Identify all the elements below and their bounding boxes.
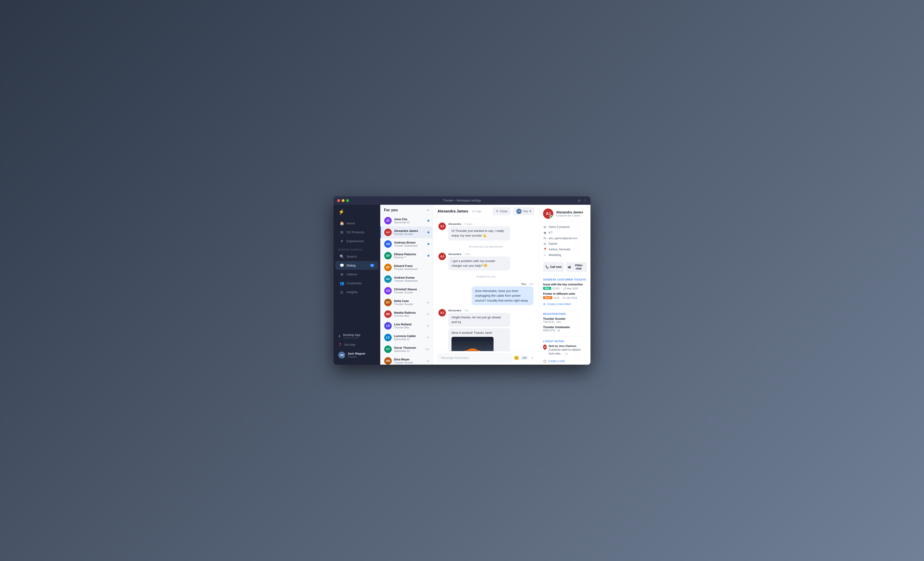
conv-sub: Thunder Scooter [394,233,425,235]
panel-header: For you ▾ [380,205,433,215]
meta-language: ⊛ Danish [543,241,587,247]
conv-sub: Thunder Skateboard [394,268,427,271]
sidebar-item-search[interactable]: 🔍 Search [335,252,378,261]
ticket-number: #1331 [553,287,560,290]
sidebar-item-insights[interactable]: ◎ Insights [335,288,378,296]
message-bubble: Alright thanks, let me just go ahead and… [448,313,510,327]
close-button[interactable] [337,199,340,202]
message-input[interactable] [438,353,512,362]
ticket-badge-new: New [543,287,551,290]
conversation-item[interactable]: JC Juna Cha Spaceship Z2 [380,215,433,227]
conv-info: Elliana Palacios Robocar T [394,253,425,259]
conversation-item[interactable]: CS Chrishell Stause Thunder Scooter [380,285,433,296]
conv-name: Andrew Kumar [394,276,427,279]
home-icon: 🏠 [340,221,344,226]
right-panel: AJ Alexandra James Customer for 2 years … [539,205,591,365]
emoji-icon[interactable]: 😊 [514,355,519,361]
dropdown-icon[interactable]: ▾ [427,208,429,212]
message-time: · 9m [528,283,534,286]
conversation-item[interactable]: AK Andrew Kumar Thunder Skateboard [380,273,433,285]
conv-name: Andreas Brixen [394,241,425,244]
ticket-dot: · [561,287,562,290]
conv-info: Andrew Kumar Thunder Skateboard [394,276,427,282]
maximize-button[interactable] [346,199,349,202]
attach-icon[interactable]: ＋ [530,355,534,361]
conv-info: Andreas Brixen Thunder Skateboard [394,241,425,247]
desktop-app-item[interactable]: ⬇ Desktop App Install Layerise [335,331,378,341]
get-help-item[interactable]: ❓ Get help [335,341,378,348]
conversation-item[interactable]: AJ Alexandra James Thunder Scooter [380,227,433,238]
help-icon: ❓ [338,343,342,346]
sender-name: You [521,283,526,286]
zendesk-section: ZENDESK CUSTOMER TICKETS Issue with the … [539,276,591,308]
create-ticket-link[interactable]: ⊕ Create a new ticket [543,302,587,307]
gif-button[interactable]: GIF [521,356,528,360]
plus-icon: ⊕ [543,302,545,306]
search-label: Search [346,255,357,258]
reg-meta: TW12232 · 24d [543,320,587,323]
conv-sub: Thunder Skateboard [394,279,427,282]
conversation-item[interactable]: LC Lucrecia Calder Spaceship Z2 7h [380,332,433,343]
conversation-item[interactable]: DM Dina Meyer Thunder Scooter 1d [380,355,433,365]
message-row: AJ Alexandra · 10m I got a problem with … [438,253,534,271]
call-now-button[interactable]: 📞 Call now [543,262,564,272]
left-sidebar: ⚡ 🏠 Home ⊞ OX Products ✦ Experiences MIS… [333,205,380,365]
sender-line: Alexandra · 9m [448,309,510,312]
sidebar-item-dialog[interactable]: 💬 Dialog 2 [335,261,378,270]
insights-icon: ◎ [340,290,344,294]
app-body: ⚡ 🏠 Home ⊞ OX Products ✦ Experiences MIS… [333,205,591,365]
sidebar-item-addons[interactable]: ⊕ Addons [335,270,378,279]
unread-dot [428,255,429,257]
user-profile[interactable]: JW Jack Wagner Thunder [335,349,378,361]
conv-avatar: JC [384,217,392,224]
ticket-date: 01 Jan 2018 [563,296,577,299]
conversation-item[interactable]: OT Oscar Thomsen Spaceship Z2 13h [380,343,433,355]
customer-avatar: AJ [543,209,554,219]
conv-avatar: AB [384,240,392,248]
conv-time: 1h [426,313,429,316]
language-icon: ⊛ [543,242,547,246]
conversation-item[interactable]: EF Eduard Franz Thunder Skateboard [380,262,433,273]
conv-info: Alexandra James Thunder Scooter [394,229,425,235]
message-image [452,337,494,351]
desktop-app-sub: Install Layerise [343,337,360,339]
sidebar-item-products[interactable]: ⊞ OX Products [335,228,378,236]
conv-info: Lucrecia Calder Spaceship Z2 [394,334,424,341]
meta-email: ✉ alex_ajames@gmail.com [543,235,587,241]
conversation-item[interactable]: NR Natalia Raikova Thunder Bike 1h [380,308,433,320]
note-text: Customer want to replace front whe... · … [549,348,587,356]
traffic-lights [337,199,349,202]
note-icon: 📋 [543,359,546,363]
conversation-item[interactable]: DC Della Case Thunder Scooter 1h [380,296,433,308]
nps-icon: ◉ [543,231,547,235]
conv-info: Dina Meyer Thunder Scooter [394,358,424,364]
divider [543,275,587,275]
close-button[interactable]: ✕ Close [493,208,511,215]
conversation-item[interactable]: EP Elliana Palacios Robocar T [380,250,433,262]
sidebar-item-home[interactable]: 🏠 Home [335,219,378,228]
conversation-item[interactable]: AB Andreas Brixen Thunder Skateboard [380,238,433,250]
logo[interactable]: ⚡ [333,205,380,218]
video-chat-button[interactable]: 📹 Video chat [566,262,587,272]
settings-icon[interactable]: ⊙ [578,199,580,202]
chat-panel: Alexandra James · 2m ago ✕ Close JW You … [433,205,539,365]
zendesk-title: ZENDESK CUSTOMER TICKETS [543,278,587,281]
more-icon[interactable]: ⋮ [584,199,587,202]
note-time: · 1y [563,352,568,355]
conv-sub: Thunder Skateboard [394,244,425,247]
conv-avatar: AK [384,275,392,283]
sidebar-item-customers[interactable]: 👥 Customers [335,279,378,287]
minimize-button[interactable] [342,199,345,202]
experiences-label: Experiences [346,239,364,243]
conv-info: Chrishell Stause Thunder Scooter [394,288,427,294]
conv-sub: Thunder Scooter [394,303,424,305]
conv-name: Juna Cha [394,218,425,221]
sidebar-item-experiences[interactable]: ✦ Experiences [335,237,378,245]
customer-info: Alexandra James Customer for 2 years [556,211,583,217]
conversation-item[interactable]: LR Line Rolland Thunder Bike 3h [380,320,433,332]
note-content: Note by Jens Clarkson Customer want to r… [549,344,587,357]
message-avatar: AJ [438,223,446,230]
you-button[interactable]: JW You ▾ [513,208,534,215]
ticket-item: Fender in different color Open #122 · 01… [543,292,587,299]
create-note-link[interactable]: 📋 Create a note [543,359,587,364]
